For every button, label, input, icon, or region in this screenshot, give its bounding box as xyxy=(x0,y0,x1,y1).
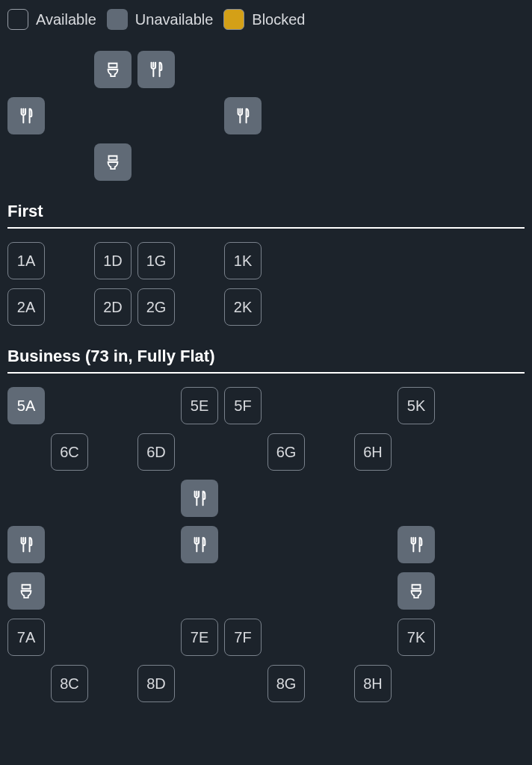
seat-5e[interactable]: 5E xyxy=(181,387,218,424)
divider xyxy=(7,227,525,229)
business-seat-grid-b: 7A7E7F7K8C8D8G8H xyxy=(7,619,525,702)
seat-1d[interactable]: 1D xyxy=(94,242,132,279)
mid-amenities xyxy=(7,480,525,610)
seat-8g[interactable]: 8G xyxy=(267,665,305,702)
first-seat-grid: 1A1D1G1K2A2D2G2K xyxy=(7,242,525,326)
section-title-business: Business (73 in, Fully Flat) xyxy=(7,347,525,366)
seat-5f[interactable]: 5F xyxy=(224,387,262,424)
seat-1a[interactable]: 1A xyxy=(7,242,45,279)
galley-icon xyxy=(398,526,435,563)
lavatory-icon xyxy=(398,572,435,610)
legend-available-label: Available xyxy=(36,11,96,28)
lavatory-icon xyxy=(94,143,132,181)
legend-unavailable: Unavailable xyxy=(107,9,214,30)
galley-icon xyxy=(224,97,262,134)
galley-icon xyxy=(137,51,175,88)
forward-amenities xyxy=(7,51,525,181)
seat-2k[interactable]: 2K xyxy=(224,288,262,326)
business-seat-grid-a: 5A5E5F5K6C6D6G6H xyxy=(7,387,525,471)
galley-icon xyxy=(181,526,218,563)
seat-7e[interactable]: 7E xyxy=(181,619,218,656)
seat-6g[interactable]: 6G xyxy=(267,433,305,471)
seat-7f[interactable]: 7F xyxy=(224,619,262,656)
galley-icon xyxy=(181,480,218,517)
legend-blocked: Blocked xyxy=(223,9,305,30)
galley-icon xyxy=(7,97,45,134)
lavatory-icon xyxy=(94,51,132,88)
swatch-available-icon xyxy=(7,9,28,30)
legend-available: Available xyxy=(7,9,96,30)
swatch-unavailable-icon xyxy=(107,9,128,30)
seat-8d[interactable]: 8D xyxy=(137,665,175,702)
seat-6d[interactable]: 6D xyxy=(137,433,175,471)
seat-8h[interactable]: 8H xyxy=(354,665,392,702)
seat-2a[interactable]: 2A xyxy=(7,288,45,326)
divider xyxy=(7,372,525,374)
seat-legend: Available Unavailable Blocked xyxy=(7,9,525,30)
seat-6c[interactable]: 6C xyxy=(51,433,88,471)
seat-8c[interactable]: 8C xyxy=(51,665,88,702)
section-title-first: First xyxy=(7,202,525,221)
swatch-blocked-icon xyxy=(223,9,244,30)
legend-blocked-label: Blocked xyxy=(252,11,305,28)
seat-1k[interactable]: 1K xyxy=(224,242,262,279)
seat-6h[interactable]: 6H xyxy=(354,433,392,471)
seat-1g[interactable]: 1G xyxy=(137,242,175,279)
seat-5a: 5A xyxy=(7,387,45,424)
lavatory-icon xyxy=(7,572,45,610)
seat-7k[interactable]: 7K xyxy=(398,619,435,656)
seat-5k[interactable]: 5K xyxy=(398,387,435,424)
galley-icon xyxy=(7,526,45,563)
seat-2g[interactable]: 2G xyxy=(137,288,175,326)
seat-2d[interactable]: 2D xyxy=(94,288,132,326)
legend-unavailable-label: Unavailable xyxy=(135,11,214,28)
seat-7a[interactable]: 7A xyxy=(7,619,45,656)
